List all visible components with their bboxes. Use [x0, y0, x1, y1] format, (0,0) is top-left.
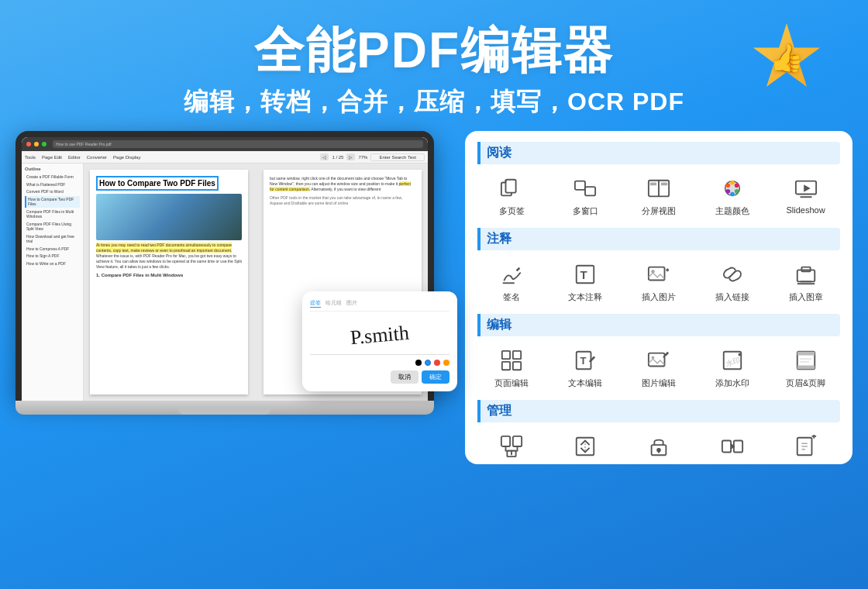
feature-slideshow[interactable]: Slideshow — [771, 170, 840, 220]
page-edit-icon — [497, 346, 526, 375]
feature-watermark[interactable]: 水印 添加水印 — [698, 343, 766, 392]
page-edit-label: 页面编辑 — [494, 377, 529, 389]
convert-icon — [718, 432, 747, 461]
feature-theme[interactable]: 主题颜色 — [698, 170, 766, 220]
image-edit-icon — [644, 346, 673, 375]
main-title: 全能PDF编辑器 — [31, 23, 837, 78]
feature-split-view[interactable]: 分屏视图 — [625, 170, 694, 220]
merge-icon — [497, 432, 526, 461]
laptop-mockup: How to use PDF Reader Pro.pdf ToolsPage … — [16, 131, 450, 415]
slideshow-label: Slideshow — [787, 205, 825, 215]
svg-rect-22 — [649, 267, 665, 281]
svg-rect-33 — [502, 362, 510, 370]
theme-icon — [718, 174, 747, 203]
pdf-page-1: How to Compare Two PDF Files At times yo… — [90, 170, 248, 394]
svg-rect-1 — [506, 180, 516, 193]
feature-insert-link[interactable]: 插入链接 — [698, 257, 766, 306]
svg-rect-32 — [513, 351, 521, 359]
feature-new-pdf[interactable]: 新建PDF — [771, 429, 840, 464]
feature-image-edit[interactable]: 图片编辑 — [625, 343, 694, 392]
svg-rect-38 — [649, 353, 665, 367]
svg-rect-8 — [661, 183, 667, 186]
feature-page-edit[interactable]: 页面编辑 — [477, 343, 546, 392]
color-black[interactable] — [415, 360, 422, 366]
color-orange[interactable] — [443, 360, 450, 366]
feature-sign[interactable]: 签名 — [477, 257, 546, 306]
feature-header-footer[interactable]: 页眉&页脚 — [771, 343, 840, 392]
sidebar-item: Convert PDF to Word — [25, 188, 80, 195]
insert-image-icon — [644, 260, 673, 289]
feature-encrypt[interactable]: 加密 — [625, 429, 694, 464]
svg-rect-4 — [585, 188, 595, 196]
pdf-image — [96, 194, 242, 240]
header-footer-icon — [791, 346, 821, 375]
svg-point-10 — [730, 181, 735, 185]
pdf-sidebar: Outline Create a PDF Fillable Form What … — [22, 164, 84, 401]
watermark-icon: 水印 — [718, 346, 747, 375]
svg-rect-31 — [502, 351, 510, 359]
sidebar-item: Compare PDF Files in Multi Windows — [25, 208, 80, 220]
card-tab-image[interactable]: 图片 — [346, 299, 357, 308]
svg-rect-47 — [797, 366, 815, 370]
sidebar-item: How to Sign A PDF — [25, 253, 80, 260]
badge: 👍 — [752, 23, 822, 93]
svg-point-12 — [735, 189, 739, 194]
cancel-button[interactable]: 取消 — [391, 370, 418, 384]
feature-text-edit[interactable]: T 文本编辑 — [551, 343, 620, 392]
insert-stamp-label: 插入图章 — [789, 291, 823, 303]
feature-text-note[interactable]: T 文本注释 — [551, 257, 620, 306]
merge-label: 合并 — [503, 463, 520, 464]
new-pdf-icon — [791, 432, 821, 461]
confirm-button[interactable]: 确定 — [422, 370, 450, 384]
card-tab-sign[interactable]: 提签 — [310, 299, 321, 308]
signature-text: P.smith — [350, 322, 410, 350]
minimize-dot — [34, 142, 39, 146]
header-footer-label: 页眉&页脚 — [786, 377, 825, 389]
split-view-icon — [644, 174, 673, 203]
color-red[interactable] — [434, 360, 440, 366]
feature-convert[interactable]: 转档 — [698, 429, 766, 464]
multi-tab-icon — [497, 174, 526, 203]
compress-icon — [570, 432, 600, 461]
insert-stamp-icon — [791, 260, 821, 289]
feature-multi-tab[interactable]: 多页签 — [477, 170, 546, 220]
new-pdf-label: 新建PDF — [789, 463, 823, 464]
color-blue[interactable] — [425, 360, 431, 366]
subtitle: 编辑，转档，合并，压缩，填写，OCR PDF — [31, 85, 837, 119]
close-dot — [26, 142, 31, 146]
pdf-text-2: but same window, right click one of the … — [270, 176, 415, 192]
feature-merge[interactable]: 合并 — [477, 429, 546, 464]
text-edit-label: 文本编辑 — [568, 377, 602, 389]
svg-rect-59 — [734, 441, 742, 453]
signature-area: P.smith — [310, 316, 450, 355]
insert-link-label: 插入链接 — [715, 291, 749, 303]
svg-marker-17 — [804, 185, 810, 192]
sidebar-title: Outline — [25, 167, 80, 171]
sidebar-item: Create a PDF Fillable Form — [25, 174, 80, 181]
svg-rect-34 — [513, 362, 521, 370]
sidebar-item-active: How to Compare Two PDF Files — [25, 196, 80, 208]
bottom-area: How to use PDF Reader Pro.pdf ToolsPage … — [0, 131, 868, 464]
sign-icon — [497, 260, 526, 289]
maximize-dot — [42, 142, 46, 146]
feature-compress[interactable]: 压缩 — [551, 429, 620, 464]
features-panel: 阅读 多页签 — [465, 131, 852, 464]
split-view-label: 分屏视图 — [642, 205, 676, 217]
slideshow-icon — [791, 174, 821, 203]
section-annotate-header: 注释 — [477, 228, 840, 250]
card-tab-draw[interactable]: 绘元组 — [326, 299, 342, 308]
pdf-menubar: ToolsPage EditEditorConverterPage Displa… — [22, 151, 428, 164]
insert-link-icon — [718, 260, 747, 289]
svg-line-26 — [729, 272, 735, 278]
svg-rect-58 — [722, 441, 731, 453]
text-edit-icon: T — [570, 346, 600, 375]
svg-text:T: T — [580, 355, 587, 367]
text-note-label: 文本注释 — [568, 291, 602, 303]
feature-insert-image[interactable]: 插入图片 — [625, 257, 694, 306]
feature-insert-stamp[interactable]: 插入图章 — [771, 257, 840, 306]
svg-point-14 — [725, 189, 730, 194]
multi-tab-label: 多页签 — [499, 205, 525, 217]
multi-window-icon — [570, 174, 600, 203]
encrypt-icon — [644, 432, 673, 461]
feature-multi-window[interactable]: 多窗口 — [551, 170, 620, 220]
